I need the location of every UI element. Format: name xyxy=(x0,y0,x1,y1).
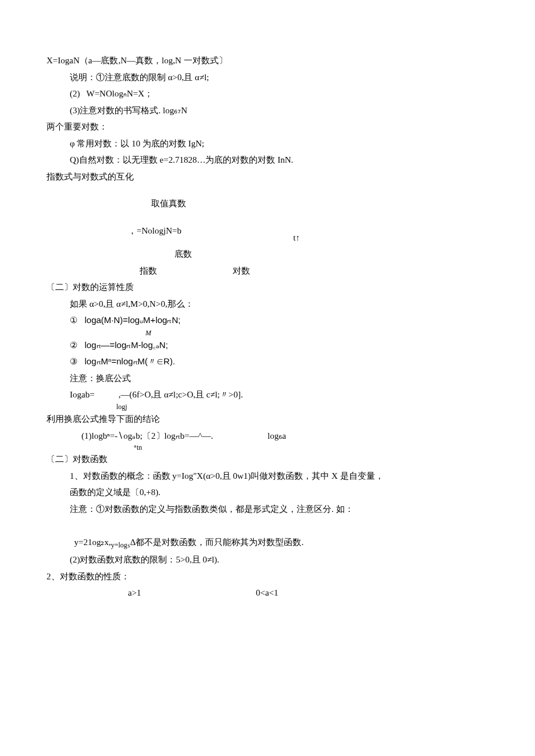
col-right: t↑ xyxy=(209,223,384,246)
line-concept: 1、对数函数的概念：函数 y=Iog"X(α>0,且 0w1)叫做对数函数，其中… xyxy=(47,468,488,485)
line-definition: X=IogaN（a—底数,N—真数，log,N 一对数式〕 xyxy=(47,52,488,69)
line-derive-sub: ᵃtn xyxy=(47,444,488,451)
text: 说明：①注意底数的限制 α>0,且 α≠l; xyxy=(70,73,209,82)
text: X=IogaN（a—底数,N—真数，log,N 一对数式〕 xyxy=(47,56,227,65)
text-b: y=log₅ xyxy=(111,541,130,549)
text: ③ logᵣₜMⁿ=nlogᵣₜM(〃∈R). xyxy=(70,356,175,366)
text-a: y=21og₂x, xyxy=(74,538,111,547)
line-change-base: Iogab= ,—(6f>O,且 α≠l;c>O,且 c≠l;〃>0]. xyxy=(47,386,488,403)
text-right: log₆a xyxy=(268,428,286,445)
text: φ 常用对数：以 10 为底的对数 IgN; xyxy=(70,139,204,148)
text: 注意：换底公式 xyxy=(70,374,131,383)
row-cases: a>1 0<a<1 xyxy=(47,585,488,601)
text: 对数 xyxy=(233,266,250,275)
text: 指数式与对数式的互化 xyxy=(47,172,134,181)
text: Q)自然对数：以无理数 e=2.71828…为底的对数的对数 InN. xyxy=(70,155,293,164)
col-exponent: 指数 xyxy=(47,263,209,280)
line-properties: 2、对数函数的性质： xyxy=(47,568,488,585)
line-prop2: ② logᵣₜ—=logᵣₜM-log꜀ₐN; xyxy=(47,337,488,354)
line-prop3: ③ logᵣₜMⁿ=nlogᵣₜM(〃∈R). xyxy=(47,353,488,370)
col-logarithm: 对数 xyxy=(209,263,384,280)
text: t↑ xyxy=(293,233,300,242)
text: 利用换底公式推导下面的结论 xyxy=(47,414,160,424)
line-prop1: ① loga(M·N)=logᵤM+logᵣₜN; xyxy=(47,312,488,329)
line-natural-log: Q)自然对数：以无理数 e=2.71828…为底的对数的对数 InN. xyxy=(47,152,488,169)
line-note2: (2) W=NOlogₙN=X； xyxy=(47,85,488,102)
text: 注意：①对数函数的定义与指数函数类似，都是形式定义，注意区分. 如： xyxy=(70,504,354,514)
text: 底数 xyxy=(174,249,192,259)
text: (3)注意对数的书写格式. log₆₇N xyxy=(70,106,187,115)
line-value-true: 取值真数 xyxy=(47,195,488,212)
line-change-base-note: 注意：换底公式 xyxy=(47,370,488,387)
text: ，=NologjN=b xyxy=(128,226,181,235)
text: ᵃtn xyxy=(134,443,142,452)
line-common-log: φ 常用对数：以 10 为底的对数 IgN; xyxy=(47,135,488,152)
text: Iogab= ,—(6f>O,且 α≠l;c>O,且 c≠l;〃>0]. xyxy=(70,390,243,399)
text: a>1 xyxy=(128,588,141,597)
line-note3: (3)注意对数的书写格式. log₆₇N xyxy=(47,102,488,119)
text: ① loga(M·N)=logᵤM+logᵣₜN; xyxy=(70,315,180,325)
line-derive: 利用换底公式推导下面的结论 xyxy=(47,411,488,428)
text-left: (1)logbⁿ=-∖ogₐb;〔2〕logᵣₜb=—^—. xyxy=(81,428,268,445)
text: 两个重要对数： xyxy=(47,122,108,131)
section-log-func: 〔二〕对数函数 xyxy=(47,451,488,468)
line-example: y=21og₂x,y=log₅Δ都不是对数函数，而只能称其为对数型函数. xyxy=(47,517,488,551)
line-base-limit: (2)对数函数对底数的限制：5>0,且 0≠l). xyxy=(47,551,488,568)
line-base: 底数 xyxy=(47,246,488,263)
line-two-logs: 两个重要对数： xyxy=(47,119,488,135)
section-log-props: 〔二〕对数的运算性质 xyxy=(47,279,488,296)
line-if: 如果 α>0,且 α≠l,M>0,N>0,那么： xyxy=(47,296,488,313)
text: (2)对数函数对底数的限制：5>0,且 0≠l). xyxy=(70,555,219,564)
text: ② logᵣₜ—=logᵣₜM-log꜀ₐN; xyxy=(70,340,168,350)
text: 〔二〕对数的运算性质 xyxy=(47,282,134,292)
line-change-base-denom: logj xyxy=(47,403,488,411)
line-exp-log-convert: 指数式与对数式的互化 xyxy=(47,169,488,185)
text: M xyxy=(145,329,151,337)
line-domain: 函数的定义域是〔0,+8). xyxy=(47,484,488,501)
line-prop1b: M xyxy=(47,329,488,337)
text: 〔二〕对数函数 xyxy=(47,454,108,464)
case-a-lt-1: 0<a<1 xyxy=(256,585,419,601)
spacer xyxy=(47,185,488,195)
text: 1、对数函数的概念：函数 y=Iog"X(α>0,且 0w1)叫做对数函数，其中… xyxy=(70,471,384,481)
text: 指数 xyxy=(140,266,157,275)
text: 如果 α>0,且 α≠l,M>0,N>0,那么： xyxy=(70,299,194,309)
text: 取值真数 xyxy=(151,199,186,208)
case-a-gt-1: a>1 xyxy=(47,585,256,601)
row-equation: ，=NologjN=b t↑ xyxy=(47,223,488,246)
text: 2、对数函数的性质： xyxy=(47,572,130,581)
col-left: ，=NologjN=b xyxy=(47,223,209,246)
line-derive-results: (1)logbⁿ=-∖ogₐb;〔2〕logᵣₜb=—^—. log₆a xyxy=(47,428,488,445)
line-note-def: 注意：①对数函数的定义与指数函数类似，都是形式定义，注意区分. 如： xyxy=(47,501,488,518)
line-note1: 说明：①注意底数的限制 α>0,且 α≠l; xyxy=(47,69,488,86)
row-exp-log: 指数 对数 xyxy=(47,263,488,280)
text: 0<a<1 xyxy=(256,588,279,597)
spacer xyxy=(47,212,488,223)
text: (2) W=NOlogₙN=X； xyxy=(70,89,153,98)
text: logj xyxy=(116,403,127,411)
text: 函数的定义域是〔0,+8). xyxy=(70,488,160,497)
text-c: Δ都不是对数函数，而只能称其为对数型函数. xyxy=(130,538,304,547)
